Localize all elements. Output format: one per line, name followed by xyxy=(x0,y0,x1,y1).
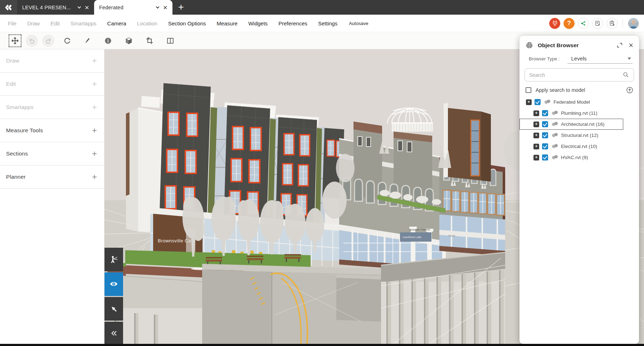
visibility-checkbox[interactable] xyxy=(535,99,541,105)
search-box xyxy=(525,68,634,81)
menu-section-options[interactable]: Section Options xyxy=(168,20,206,26)
menu-bar: File Draw Edit Smartapps Camera Location… xyxy=(0,15,644,32)
object-browser-panel: Object Browser × Browser Type : Levels xyxy=(519,36,639,344)
close-panel-icon[interactable]: × xyxy=(629,41,633,49)
model-cubes-icon xyxy=(551,121,558,127)
tree-row-plumbing[interactable]: + Plumbing.rvt (11) xyxy=(519,108,623,119)
move-tool-button[interactable] xyxy=(9,34,21,47)
user-avatar[interactable] xyxy=(628,18,639,29)
menu-smartapps[interactable]: Smartapps xyxy=(70,20,97,26)
menu-autosave[interactable]: Autosave xyxy=(349,21,368,26)
section-label: Draw xyxy=(6,58,19,64)
expand-button[interactable]: + xyxy=(533,155,539,160)
expand-plus-icon[interactable]: + xyxy=(92,80,97,88)
info-button[interactable] xyxy=(102,34,114,47)
collapse-panel-button[interactable] xyxy=(104,322,123,344)
marker-tool-button[interactable] xyxy=(81,34,94,47)
upload-model-icon[interactable] xyxy=(626,86,633,94)
menu-draw[interactable]: Draw xyxy=(27,20,40,26)
browser-type-label: Browser Type : xyxy=(529,56,560,64)
help-button[interactable]: ? xyxy=(564,18,575,29)
sidebar-section-planner[interactable]: Planner + xyxy=(0,165,104,189)
model-cubes-icon xyxy=(551,143,558,149)
assistant-bot-button[interactable] xyxy=(549,18,560,29)
tab-label: LEVEL 4 PRESEN... xyxy=(22,5,74,10)
visibility-checkbox[interactable] xyxy=(542,143,548,149)
app-logo[interactable] xyxy=(0,0,17,15)
section-view-button[interactable] xyxy=(164,34,177,47)
rotate-icon xyxy=(63,36,72,45)
sidebar-section-edit[interactable]: Edit + xyxy=(0,73,104,96)
visibility-checkbox[interactable] xyxy=(542,132,548,138)
menu-location[interactable]: Location xyxy=(137,20,157,26)
menu-file[interactable]: File xyxy=(8,20,16,26)
expand-plus-icon[interactable]: + xyxy=(92,126,97,135)
close-tab-icon[interactable]: × xyxy=(163,4,167,11)
tree-row-hvac[interactable]: + HVAC.rvt (9) xyxy=(519,152,623,163)
visibility-checkbox[interactable] xyxy=(542,110,548,116)
chevron-down-icon[interactable] xyxy=(156,5,159,9)
menu-measure[interactable]: Measure xyxy=(217,20,238,26)
sidebar-section-draw[interactable]: Draw + xyxy=(0,49,104,73)
expand-button[interactable]: + xyxy=(533,133,539,138)
search-input[interactable] xyxy=(529,72,623,78)
select-button[interactable] xyxy=(104,297,123,321)
project-tab-inactive[interactable]: LEVEL 4 PRESEN... × xyxy=(17,0,94,15)
redo-icon xyxy=(44,37,52,45)
expand-button[interactable]: + xyxy=(533,122,539,127)
sidebar-section-smartapps[interactable]: Smartapps + xyxy=(0,96,104,119)
crop-button[interactable] xyxy=(143,34,156,47)
dock-panel-icon[interactable] xyxy=(616,42,623,49)
visibility-checkbox[interactable] xyxy=(542,121,548,127)
menu-camera[interactable]: Camera xyxy=(107,20,126,26)
double-chevron-left-icon xyxy=(109,329,118,338)
tab-bar: LEVEL 4 PRESEN... × Federated × + xyxy=(0,0,644,15)
menu-widgets[interactable]: Widgets xyxy=(248,20,268,26)
project-tab-active[interactable]: Federated × xyxy=(94,0,172,15)
revizto-logo-icon xyxy=(4,3,14,13)
tree-row-architectural[interactable]: + Architectural.rvt (16) xyxy=(519,119,623,130)
retail-sign-text: Retail xyxy=(448,234,455,237)
expand-button[interactable]: + xyxy=(533,110,539,116)
menu-preferences[interactable]: Preferences xyxy=(278,20,307,26)
browser-type-select[interactable]: Levels xyxy=(567,55,633,64)
walk-mode-button[interactable] xyxy=(104,248,123,271)
cube-view-button[interactable] xyxy=(122,34,135,47)
section-label: Measure Tools xyxy=(6,127,43,134)
sidebar-section-sections[interactable]: Sections + xyxy=(0,142,104,165)
sidebar-section-measure-tools[interactable]: Measure Tools + xyxy=(0,119,104,142)
menu-settings[interactable]: Settings xyxy=(318,20,337,26)
new-issue-button[interactable] xyxy=(606,18,618,29)
panel-title: Object Browser xyxy=(538,42,579,49)
expand-plus-icon[interactable]: + xyxy=(92,149,97,158)
share-icon xyxy=(580,20,587,27)
menu-edit[interactable]: Edit xyxy=(50,20,60,26)
apply-search-row: Apply search to model xyxy=(526,86,633,94)
expand-plus-icon[interactable]: + xyxy=(92,173,97,181)
info-icon xyxy=(104,36,112,45)
expand-plus-icon[interactable]: + xyxy=(92,103,97,112)
undo-icon xyxy=(28,37,36,45)
redo-button[interactable] xyxy=(42,35,54,47)
feedback-button[interactable] xyxy=(592,18,603,29)
tree-row-federated-model[interactable]: + Federated Model xyxy=(519,97,623,108)
expand-plus-icon[interactable]: + xyxy=(92,56,97,65)
visibility-button[interactable] xyxy=(104,272,123,296)
section-columns-icon xyxy=(166,36,175,45)
visibility-checkbox[interactable] xyxy=(542,154,548,160)
dropdown-caret-icon xyxy=(628,58,631,60)
new-tab-button[interactable]: + xyxy=(177,0,185,15)
model-cubes-icon xyxy=(551,154,558,160)
share-button[interactable] xyxy=(578,18,589,29)
rotate-view-button[interactable] xyxy=(61,34,74,47)
expand-button[interactable]: + xyxy=(526,99,532,105)
object-browser-header: Object Browser × xyxy=(519,36,639,53)
chevron-down-icon[interactable] xyxy=(77,5,81,9)
close-tab-icon[interactable]: × xyxy=(85,4,89,11)
apply-search-checkbox[interactable] xyxy=(526,87,531,93)
expand-button[interactable]: + xyxy=(533,144,539,149)
tree-row-structural[interactable]: + Structural.rvt (12) xyxy=(519,130,623,141)
tree-row-electrical[interactable]: + Electrical.rvt (10) xyxy=(519,141,623,152)
search-icon[interactable] xyxy=(623,71,629,78)
undo-button[interactable] xyxy=(26,35,38,47)
